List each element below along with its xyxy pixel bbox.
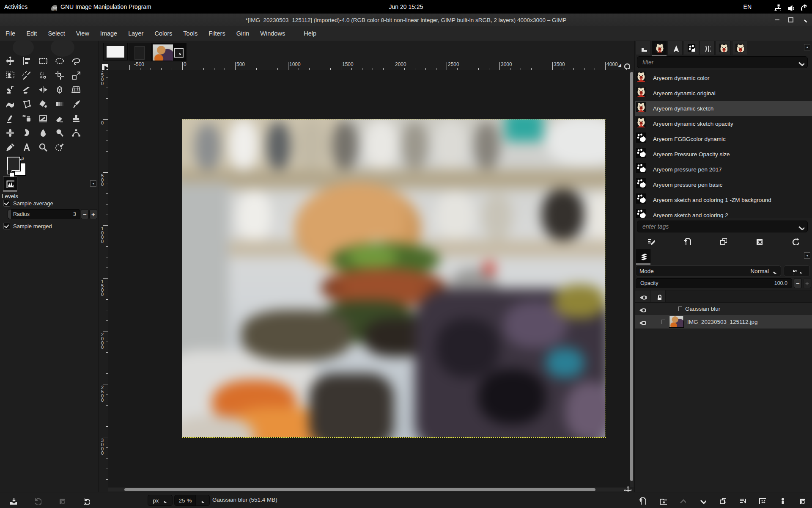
flip-tool[interactable]: [34, 82, 51, 97]
restore-tool-options-button[interactable]: [32, 495, 42, 505]
crop-tool[interactable]: [51, 68, 67, 82]
opacity-increase-button[interactable]: +: [803, 278, 811, 288]
brushes-dock-menu-button[interactable]: ◂: [804, 44, 810, 50]
sample-average-checkbox[interactable]: [3, 200, 10, 207]
chevron-down-icon[interactable]: [797, 58, 804, 66]
lock-column-header[interactable]: [650, 290, 666, 302]
select-by-color-tool[interactable]: [34, 68, 51, 82]
shear-tool[interactable]: [18, 82, 34, 97]
paths-tool[interactable]: [67, 125, 84, 140]
tab-brushes[interactable]: [652, 41, 667, 55]
language-indicator[interactable]: EN: [743, 0, 752, 14]
visibility-toggle[interactable]: [635, 303, 650, 315]
brush-list-item-selected[interactable]: Aryeom dynamic sketch: [635, 101, 812, 116]
fuzzy-select-tool[interactable]: [18, 68, 34, 82]
radius-slider[interactable]: Radius 3: [8, 209, 80, 219]
brush-filter-input[interactable]: [637, 56, 808, 68]
free-select-tool[interactable]: [67, 53, 84, 68]
mode-switch-button[interactable]: [784, 265, 810, 276]
lower-layer-button[interactable]: [697, 495, 708, 505]
image-gaussian-blurred-burger-photo[interactable]: [182, 119, 605, 437]
menu-view[interactable]: View: [71, 26, 95, 41]
opacity-decrease-button[interactable]: −: [794, 278, 802, 288]
heal-tool[interactable]: [1, 125, 18, 140]
activities-button[interactable]: Activities: [4, 0, 27, 14]
new-brush-button[interactable]: [680, 235, 693, 247]
raise-layer-button[interactable]: [677, 495, 687, 505]
layer-row-gaussian-blur-effect[interactable]: Gaussian blur: [635, 303, 812, 315]
horizontal-scrollbar[interactable]: [108, 488, 630, 491]
zoom-tool[interactable]: [34, 140, 51, 154]
anchor-layer-button[interactable]: [776, 495, 787, 505]
shear-rotate-tool[interactable]: [1, 82, 18, 97]
measure-tool[interactable]: [18, 140, 34, 154]
menu-help[interactable]: Help: [298, 26, 322, 41]
duplicate-brush-button[interactable]: [716, 235, 729, 247]
menu-edit[interactable]: Edit: [21, 26, 42, 41]
close-button[interactable]: [799, 15, 809, 25]
canvas-viewport[interactable]: [108, 70, 630, 487]
maximize-button[interactable]: [786, 15, 796, 25]
brush-list-item[interactable]: Aryeom dynamic color: [635, 70, 812, 86]
tab-dynamics[interactable]: [636, 41, 651, 55]
zoom-value-field[interactable]: 25 %: [174, 495, 196, 506]
unit-dropdown[interactable]: px: [148, 495, 173, 506]
save-tool-options-button[interactable]: [8, 495, 18, 505]
tab-patterns[interactable]: [684, 41, 699, 55]
layer-row-selected[interactable]: IMG_20230503_125112.jpg: [635, 315, 812, 329]
network-icon[interactable]: [774, 3, 781, 11]
unified-transform-tool[interactable]: [67, 68, 84, 82]
zoom-when-resize-icon[interactable]: [623, 61, 630, 69]
tab-layers[interactable]: [636, 249, 651, 263]
layer-mode-dropdown[interactable]: Mode Normal: [636, 265, 781, 276]
refresh-brushes-button[interactable]: [788, 235, 801, 247]
perspective-tool[interactable]: [67, 82, 84, 97]
move-tool[interactable]: [1, 53, 18, 68]
opacity-slider[interactable]: Opacity 100.0: [636, 278, 792, 288]
brush-list-item[interactable]: Aryeom FGBGcolor dynamic: [635, 131, 812, 146]
delete-brush-button[interactable]: [752, 235, 765, 247]
cage-transform-tool[interactable]: [18, 97, 34, 111]
paintbrush-tool[interactable]: [67, 97, 84, 111]
canvas-menu-button[interactable]: [101, 62, 108, 69]
menu-layer[interactable]: Layer: [123, 26, 149, 41]
tab-gradients[interactable]: [700, 41, 715, 55]
brush-list-item[interactable]: Aryeom dynamic sketch opacity: [635, 116, 812, 131]
new-layer-button[interactable]: [637, 495, 647, 505]
brush-list-item[interactable]: Aryeom sketch and coloring 2: [635, 207, 812, 218]
bucket-fill-tool[interactable]: [34, 97, 51, 111]
app-menu[interactable]: GNU Image Manipulation Program: [50, 0, 151, 14]
color-picker-tool[interactable]: [1, 140, 18, 154]
reset-tool-options-button[interactable]: [81, 495, 91, 505]
delete-layer-button[interactable]: [796, 495, 807, 505]
sample-merged-checkbox[interactable]: [3, 223, 10, 229]
radius-decrease-button[interactable]: −: [81, 209, 89, 219]
ruler-dropdown-icon[interactable]: ◢: [618, 63, 621, 67]
radius-increase-button[interactable]: +: [89, 209, 97, 219]
clone-tool[interactable]: [67, 111, 84, 125]
tab-brush-shape[interactable]: [667, 41, 683, 55]
smudge-tool[interactable]: [18, 125, 34, 140]
foreground-select-tool[interactable]: [1, 68, 18, 82]
tab-palettes[interactable]: [732, 41, 747, 55]
delete-tool-options-button[interactable]: [56, 495, 66, 505]
gradient-tool[interactable]: [51, 97, 67, 111]
menu-file[interactable]: File: [0, 26, 21, 41]
warp-transform-tool[interactable]: [1, 97, 18, 111]
dodge-burn-tool[interactable]: [51, 125, 67, 140]
tab-mypaint-brushes[interactable]: [716, 41, 731, 55]
image-tab-1[interactable]: [103, 43, 128, 61]
levels-tool-button[interactable]: [3, 177, 17, 190]
eraser-tool[interactable]: [51, 111, 67, 125]
paint-select-tool[interactable]: [51, 140, 67, 154]
brush-list-item[interactable]: Aryeom pressure pen 2017: [635, 162, 812, 177]
vertical-scrollbar-thumb[interactable]: [630, 72, 633, 481]
image-tab-active[interactable]: [151, 43, 187, 64]
menu-image[interactable]: Image: [95, 26, 123, 41]
brush-list-item[interactable]: Aryeom pressure pen basic: [635, 177, 812, 192]
new-layer-group-button[interactable]: [658, 495, 668, 505]
blur-sharpen-tool[interactable]: [34, 125, 51, 140]
duplicate-layer-button[interactable]: [717, 495, 727, 505]
chevron-down-icon[interactable]: [797, 223, 804, 230]
ink-tool[interactable]: [1, 111, 18, 125]
